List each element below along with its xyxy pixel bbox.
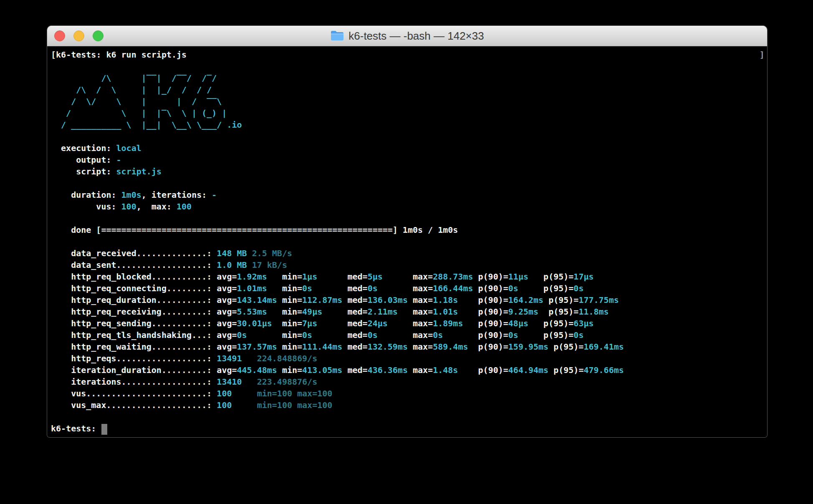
terminal-line: vus........................: 100 min=100… [51, 388, 767, 399]
text-segment: 9.25ms [508, 307, 538, 317]
text-segment: 1m0s [121, 190, 141, 200]
text-segment: , iterations: [141, 190, 212, 200]
terminal-line: http_req_connecting........: avg=1.01ms … [51, 282, 767, 294]
text-segment: 0s [368, 283, 378, 293]
text-segment: output: [51, 155, 116, 165]
text-segment [232, 388, 257, 398]
text-segment: 137.57ms [237, 342, 277, 352]
text-segment: 30.01µs [237, 318, 272, 328]
close-button[interactable] [54, 30, 65, 41]
terminal-line [51, 177, 767, 189]
text-segment: min= [267, 272, 302, 282]
terminal-line: / \/ \ | | / ‾‾\ [51, 96, 767, 107]
text-segment: 169.41ms [583, 342, 624, 352]
text-segment: 159.95ms [508, 342, 548, 352]
text-segment: script.js [116, 166, 162, 176]
text-segment: med= [312, 330, 367, 340]
text-segment: 132.59ms [368, 342, 408, 352]
text-segment: 17µs [573, 272, 593, 282]
terminal-line [51, 131, 767, 142]
text-segment: / \ | |‾\ \ | (_) | [51, 108, 232, 118]
terminal-line: http_reqs..................: 13491 224.8… [51, 353, 767, 364]
text-segment: 49µs [302, 307, 322, 317]
text-segment: 589.4ms [433, 342, 468, 352]
text-segment: 0s [573, 283, 583, 293]
text-segment: script: [51, 166, 116, 176]
zoom-button[interactable] [93, 30, 104, 41]
text-segment: 5.53ms [237, 307, 267, 317]
text-segment: min=100 max=100 [257, 388, 333, 398]
text-segment: 166.44ms [433, 283, 473, 293]
text-segment: 0s [237, 330, 247, 340]
text-segment: p(90)= [458, 365, 508, 375]
text-segment: vus_max....................: [51, 400, 217, 410]
text-segment: min=100 max=100 [257, 400, 333, 410]
text-segment: 17 kB/s [252, 260, 287, 270]
terminal-line: / __________ \ |__| \__\ \___/ .io [51, 119, 767, 131]
text-segment: http_req_duration..........: avg= [51, 295, 237, 305]
text-segment: max= [408, 365, 433, 375]
terminal-line: k6-tests: [51, 423, 767, 434]
minimize-button[interactable] [73, 30, 84, 41]
window-controls [54, 26, 104, 46]
text-segment: ] [760, 50, 765, 60]
text-segment: 464.94ms [508, 365, 548, 375]
terminal-line [51, 212, 767, 224]
text-segment: iterations.................: [51, 377, 217, 387]
text-segment: p(90)= [443, 330, 508, 340]
text-segment: execution: [51, 143, 116, 153]
text-segment: 1.0 MB [217, 260, 252, 270]
text-segment: 143.14ms [237, 295, 277, 305]
text-segment: http_req_receiving.........: avg= [51, 307, 237, 317]
text-segment: - [212, 190, 217, 200]
text-segment: p(90)= [468, 342, 508, 352]
text-segment: p(95)= [538, 307, 578, 317]
text-segment: 100 [121, 202, 136, 212]
text-segment: min= [277, 295, 302, 305]
text-segment: 0s [302, 330, 312, 340]
terminal-line: script: script.js [51, 166, 767, 177]
terminal-screen[interactable]: [k6-tests: k6 run script.js ] /\ |‾‾| /‾… [47, 46, 767, 437]
text-segment: vus: [51, 202, 121, 212]
text-segment: 1.92ms [237, 272, 267, 282]
text-segment: max= [383, 272, 433, 282]
terminal-line: output: - [51, 154, 767, 166]
text-segment: 164.2ms [508, 295, 543, 305]
text-segment: min= [277, 365, 302, 375]
text-segment: med= [322, 307, 367, 317]
text-segment: max= [408, 295, 433, 305]
text-segment: 136.03ms [368, 295, 408, 305]
terminal-line: [k6-tests: k6 run script.js ] [51, 49, 767, 60]
text-segment: min= [277, 342, 302, 352]
title-bar[interactable]: k6-tests — -bash — 142×33 [47, 26, 767, 46]
terminal-line [51, 411, 767, 423]
text-segment: 0s [368, 330, 378, 340]
text-segment: med= [312, 283, 367, 293]
text-segment: duration: [51, 190, 121, 200]
terminal-cursor [101, 424, 107, 435]
text-segment: 288.73ms [433, 272, 473, 282]
text-segment: 1.01ms [237, 283, 267, 293]
text-segment: http_reqs..................: [51, 353, 217, 363]
text-segment: max= [378, 283, 433, 293]
text-segment: 2.11ms [368, 307, 398, 317]
text-segment: 436.36ms [368, 365, 408, 375]
text-segment: /\ |‾‾| /‾‾/ /‾/ [51, 73, 232, 83]
text-segment: p(95)= [518, 283, 573, 293]
text-segment: k6-tests: [51, 423, 101, 433]
terminal-line: iterations.................: 13410 223.4… [51, 376, 767, 388]
text-segment: iteration_duration.........: avg= [51, 365, 237, 375]
terminal-line: execution: local [51, 142, 767, 154]
text-segment: 100 [177, 202, 192, 212]
text-segment: p(90)= [458, 295, 508, 305]
terminal-line: http_req_blocked...........: avg=1.92ms … [51, 271, 767, 282]
terminal-line: vus_max....................: 100 min=100… [51, 399, 767, 411]
text-segment: 48µs [508, 318, 528, 328]
terminal-line: http_req_tls_handshaking...: avg=0s min=… [51, 329, 767, 341]
text-segment: med= [342, 295, 367, 305]
text-segment: 11.8ms [578, 307, 608, 317]
terminal-line: vus: 100, max: 100 [51, 201, 767, 212]
text-segment: p(95)= [518, 330, 573, 340]
terminal-line: http_req_receiving.........: avg=5.53ms … [51, 306, 767, 318]
text-segment: 5µs [368, 272, 383, 282]
